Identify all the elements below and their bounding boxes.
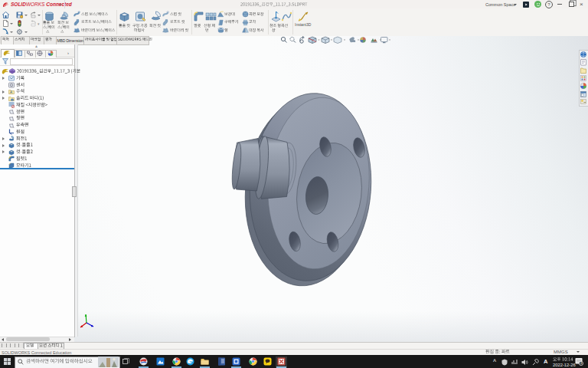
svg-text:A: A [10, 90, 12, 94]
